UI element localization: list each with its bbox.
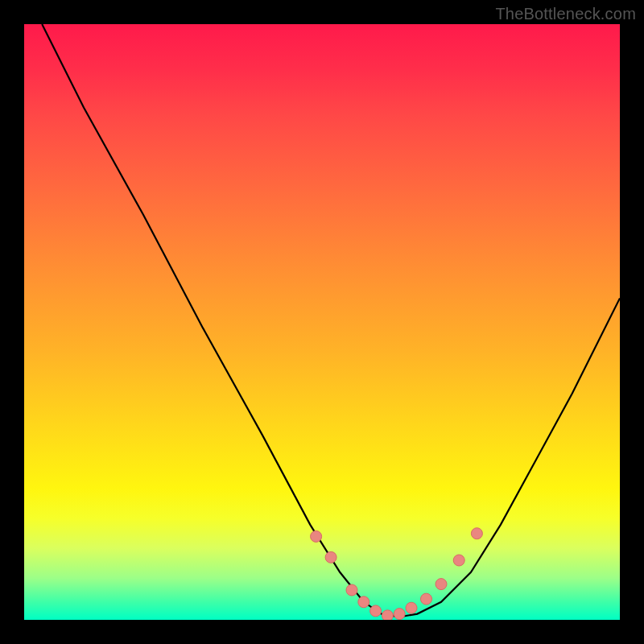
curve-layer bbox=[24, 24, 620, 620]
highlight-dots bbox=[311, 528, 483, 620]
highlight-dot bbox=[382, 610, 393, 620]
chart-frame: TheBottleneck.com bbox=[0, 0, 644, 644]
highlight-dot bbox=[394, 609, 405, 620]
highlight-dot bbox=[358, 597, 369, 608]
highlight-dot bbox=[471, 528, 482, 539]
bottleneck-curve bbox=[42, 24, 620, 617]
highlight-dot bbox=[406, 602, 417, 613]
highlight-dot bbox=[325, 551, 336, 563]
watermark-text: TheBottleneck.com bbox=[495, 5, 636, 23]
highlight-dot bbox=[436, 579, 447, 590]
highlight-dot bbox=[311, 530, 322, 542]
highlight-dot bbox=[346, 584, 357, 596]
highlight-dot bbox=[421, 593, 432, 605]
highlight-dot bbox=[370, 605, 382, 617]
highlight-dot bbox=[453, 555, 464, 566]
gradient-plot-area bbox=[24, 24, 620, 620]
